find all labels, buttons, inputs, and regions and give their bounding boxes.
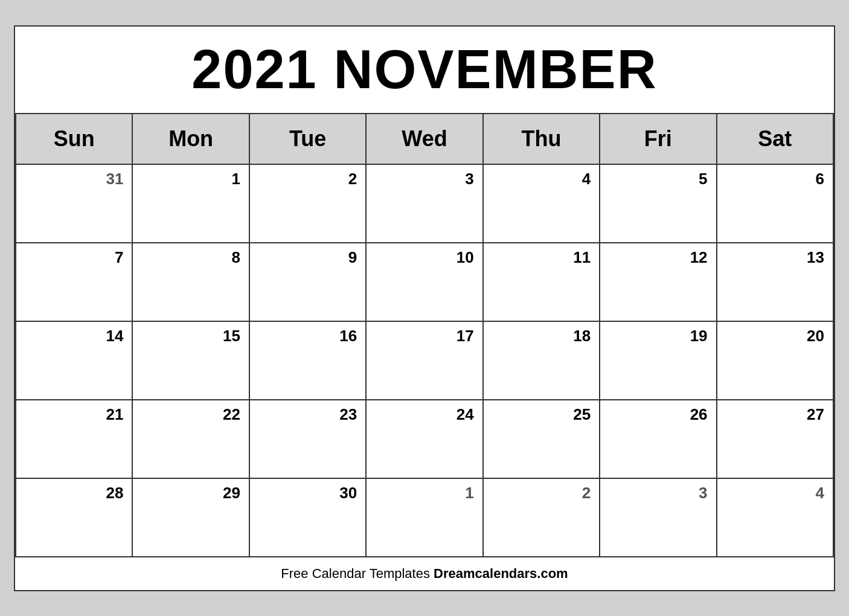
table-row: 6: [717, 165, 834, 243]
header-sat: Sat: [717, 114, 834, 165]
table-row: 5: [600, 165, 717, 243]
table-row: 25: [484, 400, 600, 479]
table-row: 7: [16, 243, 133, 322]
header-thu: Thu: [484, 114, 600, 165]
table-row: 28: [16, 479, 133, 557]
table-row: 16: [250, 322, 367, 400]
table-row: 4: [717, 479, 834, 557]
header-mon: Mon: [133, 114, 249, 165]
table-row: 1: [133, 165, 249, 243]
calendar-grid: Sun Mon Tue Wed Thu Fri Sat 31 1 2 3 4 5…: [15, 114, 834, 557]
table-row: 20: [717, 322, 834, 400]
table-row: 9: [250, 243, 367, 322]
table-row: 13: [717, 243, 834, 322]
header-tue: Tue: [250, 114, 367, 165]
calendar-title: 2021 NOVEMBER: [15, 27, 834, 114]
table-row: 15: [133, 322, 249, 400]
table-row: 4: [484, 165, 600, 243]
calendar-footer: Free Calendar Templates Dreamcalendars.c…: [15, 557, 834, 590]
table-row: 3: [600, 479, 717, 557]
table-row: 21: [16, 400, 133, 479]
table-row: 8: [133, 243, 249, 322]
header-sun: Sun: [16, 114, 133, 165]
table-row: 24: [367, 400, 483, 479]
footer-normal-text: Free Calendar Templates: [281, 566, 434, 581]
table-row: 17: [367, 322, 483, 400]
table-row: 3: [367, 165, 483, 243]
table-row: 29: [133, 479, 249, 557]
table-row: 1: [367, 479, 483, 557]
table-row: 2: [484, 479, 600, 557]
header-fri: Fri: [600, 114, 717, 165]
table-row: 14: [16, 322, 133, 400]
table-row: 11: [484, 243, 600, 322]
table-row: 18: [484, 322, 600, 400]
table-row: 2: [250, 165, 367, 243]
calendar-container: 2021 NOVEMBER Sun Mon Tue Wed Thu Fri Sa…: [14, 25, 835, 591]
table-row: 27: [717, 400, 834, 479]
table-row: 31: [16, 165, 133, 243]
table-row: 26: [600, 400, 717, 479]
header-wed: Wed: [367, 114, 483, 165]
table-row: 12: [600, 243, 717, 322]
table-row: 10: [367, 243, 483, 322]
table-row: 23: [250, 400, 367, 479]
table-row: 30: [250, 479, 367, 557]
table-row: 22: [133, 400, 249, 479]
table-row: 19: [600, 322, 717, 400]
footer-bold-text: Dreamcalendars.com: [434, 566, 568, 581]
